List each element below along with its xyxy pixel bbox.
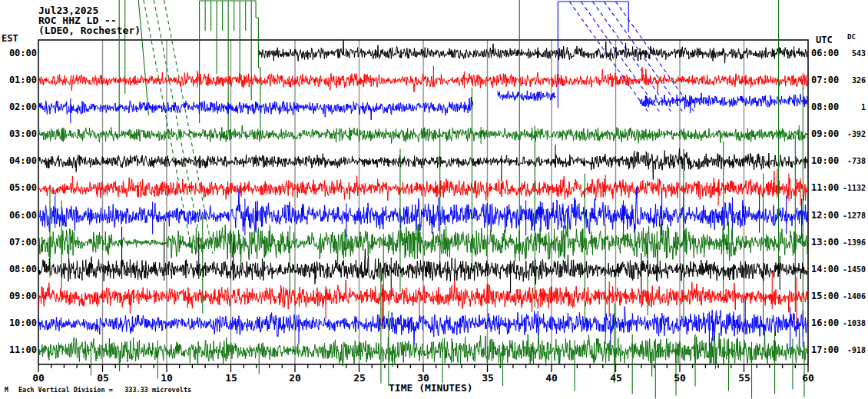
utc-label-10:00: 10:00 (811, 155, 839, 166)
utc-label-08:00: 08:00 (811, 101, 839, 112)
right-axis-title: UTC (816, 35, 833, 45)
x-tick-label-25: 25 (346, 372, 373, 384)
x-tick-label-60: 60 (794, 372, 822, 384)
x-tick-label-05: 05 (89, 372, 117, 384)
dc-value-08:00: 1 (837, 103, 866, 111)
est-label-05:00: 05:00 (0, 182, 37, 193)
header-location: (LDEO, Rochester) (38, 25, 141, 35)
utc-label-16:00: 16:00 (811, 318, 839, 328)
dc-column-header: DC (847, 33, 856, 41)
utc-label-11:00: 11:00 (811, 182, 839, 193)
left-axis-title: EST (2, 33, 18, 44)
dc-value-17:00: -918 (837, 346, 866, 354)
est-label-00:00: 00:00 (0, 48, 37, 58)
utc-label-12:00: 12:00 (811, 210, 839, 221)
x-tick-label-35: 35 (474, 372, 502, 384)
x-tick-label-15: 15 (217, 372, 245, 384)
dc-value-15:00: -1406 (837, 292, 866, 301)
utc-label-07:00: 07:00 (811, 75, 839, 85)
seismogram-plot (0, 0, 868, 399)
est-label-11:00: 11:00 (0, 344, 37, 355)
est-label-10:00: 10:00 (0, 318, 37, 328)
scale-note: Each Vertical Division = 333.33 microvol… (18, 386, 191, 394)
utc-label-09:00: 09:00 (811, 128, 839, 139)
x-tick-label-00: 00 (25, 372, 52, 384)
helicorder-page: Jul23,2025 ROC HHZ LD -- (LDEO, Rocheste… (0, 0, 868, 399)
utc-label-17:00: 17:00 (811, 344, 839, 355)
dc-value-06:00: 543 (837, 49, 866, 58)
trace-00:00 (259, 40, 807, 63)
x-tick-label-20: 20 (281, 372, 309, 384)
est-label-06:00: 06:00 (0, 210, 37, 221)
x-tick-label-40: 40 (538, 372, 565, 384)
dc-value-07:00: 326 (837, 76, 866, 85)
utc-label-06:00: 06:00 (811, 48, 839, 58)
blue-calibration-pulse (581, 2, 659, 111)
est-label-03:00: 03:00 (0, 128, 37, 139)
dc-value-16:00: -1038 (837, 319, 866, 328)
x-tick-label-45: 45 (602, 372, 630, 384)
x-tick-label-55: 55 (731, 372, 758, 384)
x-tick-label-10: 10 (153, 372, 181, 384)
utc-label-13:00: 13:00 (811, 237, 839, 248)
logo-mark: M (5, 387, 8, 394)
est-label-01:00: 01:00 (0, 75, 37, 85)
blue-calibration-pulse (616, 2, 694, 111)
dc-value-10:00: -738 (837, 157, 866, 165)
dc-value-14:00: -1450 (837, 265, 866, 274)
est-label-08:00: 08:00 (0, 264, 37, 274)
dc-value-13:00: -1396 (837, 238, 866, 247)
est-label-07:00: 07:00 (0, 237, 37, 248)
dc-value-09:00: -392 (837, 130, 866, 138)
utc-label-15:00: 15:00 (811, 291, 839, 301)
est-label-04:00: 04:00 (0, 155, 37, 166)
dc-value-11:00: -1132 (837, 184, 866, 192)
x-tick-label-50: 50 (666, 372, 694, 384)
est-label-09:00: 09:00 (0, 291, 37, 301)
est-label-02:00: 02:00 (0, 101, 37, 112)
x-axis-title: TIME (MINUTES) (389, 383, 473, 393)
dc-value-12:00: -1278 (837, 211, 866, 220)
utc-label-14:00: 14:00 (811, 264, 839, 274)
